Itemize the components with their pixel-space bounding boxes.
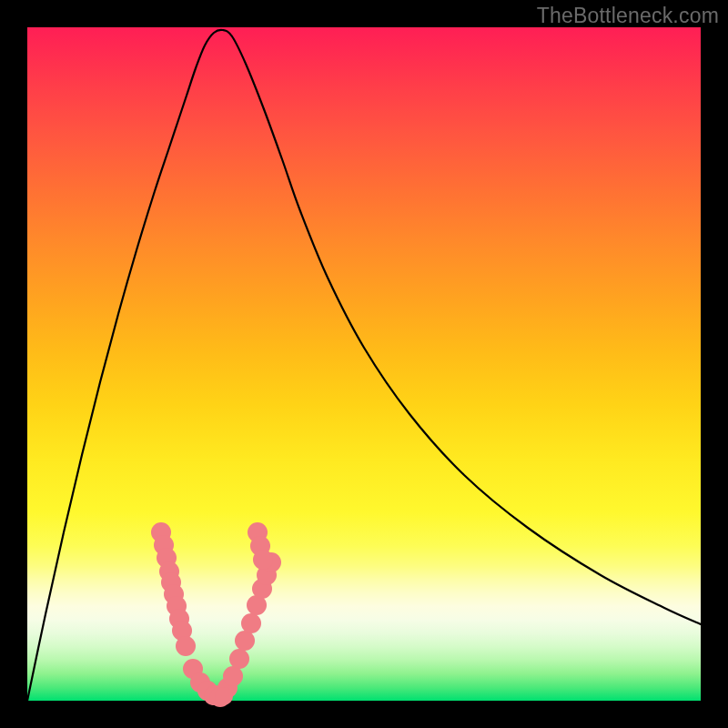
data-point [235,631,255,651]
data-point [253,550,273,570]
data-point [176,636,196,656]
marker-layer [151,522,281,707]
bottleneck-curve [27,30,701,701]
data-point [215,687,233,705]
data-point [241,613,261,633]
chart-frame: TheBottleneck.com [0,0,728,728]
data-point [229,649,249,669]
plot-area [27,27,701,701]
chart-svg [27,27,701,701]
watermark-text: TheBottleneck.com [537,4,719,28]
data-point [223,666,243,686]
